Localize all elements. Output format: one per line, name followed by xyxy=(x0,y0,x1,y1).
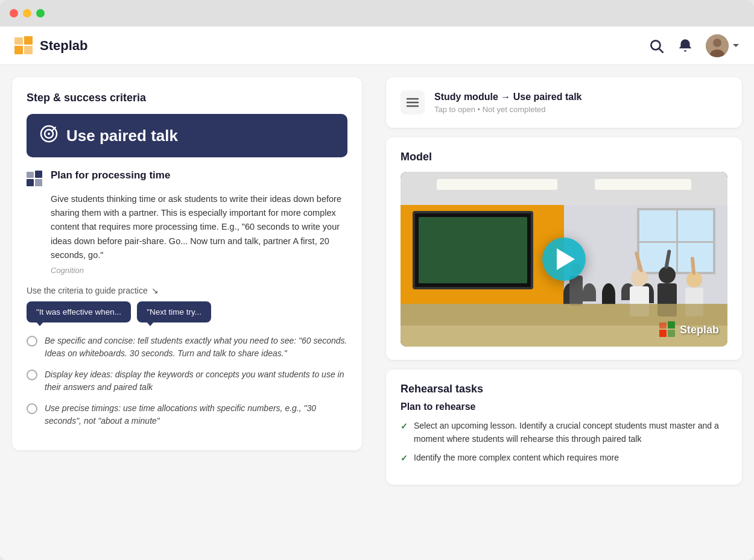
close-button[interactable] xyxy=(10,9,18,17)
step-title: Use paired talk xyxy=(66,127,178,145)
feedback-buttons: "It was effective when... "Next time try… xyxy=(27,301,347,322)
svg-rect-16 xyxy=(35,171,42,178)
rehearsal-checklist: ✓ Select an upcoming lesson. Identify a … xyxy=(401,420,727,465)
success-criteria-list: Be specific and concise: tell students e… xyxy=(27,335,347,427)
svg-rect-24 xyxy=(668,330,675,337)
svg-rect-15 xyxy=(27,172,34,178)
criteria-steplab-icon xyxy=(27,171,43,187)
menu-icon xyxy=(406,97,419,108)
titlebar xyxy=(0,0,754,27)
svg-line-5 xyxy=(659,48,663,52)
list-item: Use precise timings: use time allocation… xyxy=(27,402,347,427)
video-container[interactable]: Steplab xyxy=(401,172,727,347)
breadcrumb-main: Study module → Use paired talk xyxy=(434,92,582,102)
search-button[interactable] xyxy=(648,37,665,54)
svg-point-11 xyxy=(48,133,50,135)
criteria-title: Plan for processing time xyxy=(51,169,170,181)
traffic-lights xyxy=(10,9,45,17)
breadcrumb-text: Study module → Use paired talk Tap to op… xyxy=(434,92,582,114)
list-item: Be specific and concise: tell students e… xyxy=(27,335,347,360)
svg-rect-22 xyxy=(659,322,667,329)
panel-title: Step & success criteria xyxy=(27,92,347,104)
svg-rect-17 xyxy=(35,179,42,186)
criteria-body: Give students thinking time or ask stude… xyxy=(51,192,347,262)
left-panel: Step & success criteria Use paired talk xyxy=(0,65,374,560)
checklist-item: ✓ Identify the more complex content whic… xyxy=(401,451,727,465)
user-avatar-button[interactable] xyxy=(706,34,740,57)
app-window: Steplab xyxy=(0,0,754,560)
step-criteria-card: Step & success criteria Use paired talk xyxy=(12,77,362,450)
svg-rect-23 xyxy=(668,321,675,329)
plan-subtitle: Plan to rehearse xyxy=(401,401,727,412)
video-watermark: Steplab xyxy=(659,321,719,338)
effective-when-button[interactable]: "It was effective when... xyxy=(27,301,131,322)
checklist-item-2: Identify the more complex content which … xyxy=(414,451,619,465)
arrow-icon: ↘ xyxy=(151,286,159,295)
success-item-3: Use precise timings: use time allocation… xyxy=(45,402,347,427)
breadcrumb-card: Study module → Use paired talk Tap to op… xyxy=(386,77,742,128)
brand-logo-icon xyxy=(14,36,34,55)
top-navigation: Steplab xyxy=(0,27,754,65)
criteria-block: Plan for processing time Give students t… xyxy=(27,169,347,275)
step-header: Use paired talk xyxy=(27,114,347,157)
chevron-down-icon xyxy=(732,43,740,48)
success-item-2: Display key ideas: display the keywords … xyxy=(45,368,347,394)
svg-rect-3 xyxy=(24,46,33,54)
svg-rect-2 xyxy=(24,36,33,45)
svg-rect-1 xyxy=(14,37,23,45)
guide-label: Use the criteria to guide practice xyxy=(27,286,148,295)
check-icon-1: ✓ xyxy=(401,420,408,433)
main-content: Step & success criteria Use paired talk xyxy=(0,65,754,560)
svg-point-7 xyxy=(713,39,721,47)
breadcrumb-sub: Tap to open • Not yet completed xyxy=(434,105,582,114)
checklist-item-1: Select an upcoming lesson. Identify a cr… xyxy=(414,420,727,445)
model-card: Model xyxy=(386,137,742,360)
right-panel: Study module → Use paired talk Tap to op… xyxy=(374,65,754,560)
svg-rect-14 xyxy=(27,179,34,186)
next-time-button[interactable]: "Next time try... xyxy=(137,301,211,322)
menu-icon-wrap xyxy=(401,90,425,115)
list-item: Display key ideas: display the keywords … xyxy=(27,368,347,394)
nav-right xyxy=(648,34,740,57)
avatar-image xyxy=(706,34,729,57)
watermark-text: Steplab xyxy=(680,324,719,336)
watermark-logo-icon xyxy=(659,321,676,338)
video-play-button[interactable] xyxy=(542,238,586,281)
radio-circle-1[interactable] xyxy=(27,336,37,347)
svg-rect-0 xyxy=(14,46,23,54)
criteria-header: Plan for processing time xyxy=(27,169,347,187)
check-icon-2: ✓ xyxy=(401,452,408,465)
radio-circle-3[interactable] xyxy=(27,403,37,414)
minimize-button[interactable] xyxy=(23,9,31,17)
brand[interactable]: Steplab xyxy=(14,36,87,55)
guide-text: Use the criteria to guide practice ↘ xyxy=(27,286,347,295)
step-goal-icon xyxy=(40,125,58,146)
rehearsal-card: Rehearsal tasks Plan to rehearse ✓ Selec… xyxy=(386,370,742,485)
svg-rect-21 xyxy=(659,330,667,337)
radio-circle-2[interactable] xyxy=(27,370,37,380)
success-item-1: Be specific and concise: tell students e… xyxy=(45,335,347,360)
play-triangle-icon xyxy=(557,248,575,270)
checklist-item: ✓ Select an upcoming lesson. Identify a … xyxy=(401,420,727,445)
avatar xyxy=(706,34,729,57)
rehearsal-title: Rehearsal tasks xyxy=(401,383,727,395)
video-thumbnail: Steplab xyxy=(401,172,727,347)
criteria-tag: Cognition xyxy=(51,266,347,275)
model-title: Model xyxy=(401,151,727,163)
maximize-button[interactable] xyxy=(36,9,45,17)
brand-name: Steplab xyxy=(40,38,87,54)
bell-icon[interactable] xyxy=(677,37,694,54)
